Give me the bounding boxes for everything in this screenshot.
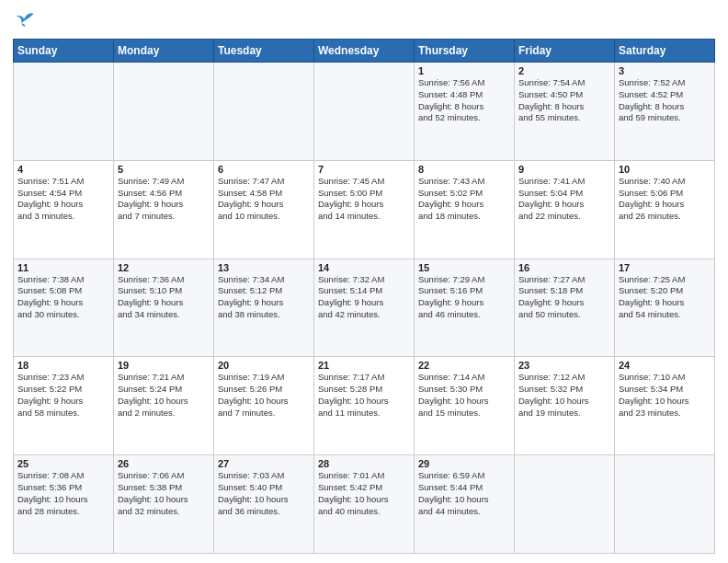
day-number: 5 <box>118 164 210 175</box>
calendar-cell: 7Sunrise: 7:45 AM Sunset: 5:00 PM Daylig… <box>314 160 415 259</box>
calendar-cell <box>114 63 214 161</box>
day-info: Sunrise: 7:12 AM Sunset: 5:32 PM Dayligh… <box>518 372 610 419</box>
day-info: Sunrise: 7:49 AM Sunset: 4:56 PM Dayligh… <box>118 176 210 223</box>
day-number: 20 <box>218 360 310 371</box>
day-info: Sunrise: 7:36 AM Sunset: 5:10 PM Dayligh… <box>118 274 210 321</box>
day-number: 14 <box>318 262 410 273</box>
day-number: 4 <box>17 164 109 175</box>
calendar-table: SundayMondayTuesdayWednesdayThursdayFrid… <box>13 39 715 554</box>
calendar-day-header: Wednesday <box>314 40 415 63</box>
calendar-cell: 16Sunrise: 7:27 AM Sunset: 5:18 PM Dayli… <box>515 259 615 357</box>
calendar-cell: 13Sunrise: 7:34 AM Sunset: 5:12 PM Dayli… <box>214 259 314 357</box>
calendar-cell: 3Sunrise: 7:52 AM Sunset: 4:52 PM Daylig… <box>615 63 715 161</box>
day-info: Sunrise: 7:45 AM Sunset: 5:00 PM Dayligh… <box>318 176 410 223</box>
calendar-week-row: 18Sunrise: 7:23 AM Sunset: 5:22 PM Dayli… <box>14 357 715 455</box>
day-number: 28 <box>318 458 410 469</box>
calendar-day-header: Thursday <box>415 40 515 63</box>
day-info: Sunrise: 7:06 AM Sunset: 5:38 PM Dayligh… <box>118 470 210 517</box>
calendar-cell: 27Sunrise: 7:03 AM Sunset: 5:40 PM Dayli… <box>214 455 314 554</box>
day-info: Sunrise: 7:38 AM Sunset: 5:08 PM Dayligh… <box>17 274 109 321</box>
logo-bird-icon <box>15 11 35 31</box>
calendar-cell <box>314 63 415 161</box>
calendar-cell: 2Sunrise: 7:54 AM Sunset: 4:50 PM Daylig… <box>515 63 615 161</box>
day-number: 17 <box>619 262 711 273</box>
day-number: 2 <box>518 65 610 76</box>
day-info: Sunrise: 7:51 AM Sunset: 4:54 PM Dayligh… <box>17 176 109 223</box>
header <box>13 11 715 33</box>
calendar-cell: 28Sunrise: 7:01 AM Sunset: 5:42 PM Dayli… <box>314 455 415 554</box>
day-info: Sunrise: 7:47 AM Sunset: 4:58 PM Dayligh… <box>218 176 310 223</box>
calendar-cell: 26Sunrise: 7:06 AM Sunset: 5:38 PM Dayli… <box>114 455 214 554</box>
calendar-day-header: Monday <box>114 40 214 63</box>
day-info: Sunrise: 7:19 AM Sunset: 5:26 PM Dayligh… <box>218 372 310 419</box>
calendar-cell: 29Sunrise: 6:59 AM Sunset: 5:44 PM Dayli… <box>415 455 515 554</box>
calendar-week-row: 1Sunrise: 7:56 AM Sunset: 4:48 PM Daylig… <box>14 63 715 161</box>
day-number: 3 <box>619 65 711 76</box>
day-number: 24 <box>619 360 711 371</box>
day-number: 26 <box>118 458 210 469</box>
calendar-cell: 23Sunrise: 7:12 AM Sunset: 5:32 PM Dayli… <box>515 357 615 455</box>
calendar-cell <box>214 63 314 161</box>
day-info: Sunrise: 7:23 AM Sunset: 5:22 PM Dayligh… <box>17 372 109 419</box>
calendar-cell <box>14 63 114 161</box>
day-number: 21 <box>318 360 410 371</box>
day-number: 29 <box>418 458 510 469</box>
calendar-day-header: Tuesday <box>214 40 314 63</box>
day-info: Sunrise: 7:25 AM Sunset: 5:20 PM Dayligh… <box>619 274 711 321</box>
calendar-week-row: 11Sunrise: 7:38 AM Sunset: 5:08 PM Dayli… <box>14 259 715 357</box>
day-number: 9 <box>518 164 610 175</box>
calendar-day-header: Sunday <box>14 40 114 63</box>
day-info: Sunrise: 7:14 AM Sunset: 5:30 PM Dayligh… <box>418 372 510 419</box>
calendar-cell: 24Sunrise: 7:10 AM Sunset: 5:34 PM Dayli… <box>615 357 715 455</box>
day-number: 19 <box>118 360 210 371</box>
calendar-cell: 22Sunrise: 7:14 AM Sunset: 5:30 PM Dayli… <box>415 357 515 455</box>
day-info: Sunrise: 7:40 AM Sunset: 5:06 PM Dayligh… <box>619 176 711 223</box>
calendar-cell: 9Sunrise: 7:41 AM Sunset: 5:04 PM Daylig… <box>515 160 615 259</box>
day-info: Sunrise: 7:03 AM Sunset: 5:40 PM Dayligh… <box>218 470 310 517</box>
day-info: Sunrise: 7:41 AM Sunset: 5:04 PM Dayligh… <box>518 176 610 223</box>
calendar-cell: 17Sunrise: 7:25 AM Sunset: 5:20 PM Dayli… <box>615 259 715 357</box>
calendar-cell: 1Sunrise: 7:56 AM Sunset: 4:48 PM Daylig… <box>415 63 515 161</box>
calendar-week-row: 4Sunrise: 7:51 AM Sunset: 4:54 PM Daylig… <box>14 160 715 259</box>
day-number: 15 <box>418 262 510 273</box>
day-number: 18 <box>17 360 109 371</box>
calendar-cell: 20Sunrise: 7:19 AM Sunset: 5:26 PM Dayli… <box>214 357 314 455</box>
calendar-day-header: Saturday <box>615 40 715 63</box>
day-number: 27 <box>218 458 310 469</box>
calendar-cell: 25Sunrise: 7:08 AM Sunset: 5:36 PM Dayli… <box>14 455 114 554</box>
day-info: Sunrise: 7:29 AM Sunset: 5:16 PM Dayligh… <box>418 274 510 321</box>
day-number: 16 <box>518 262 610 273</box>
logo <box>13 11 35 33</box>
day-number: 8 <box>418 164 510 175</box>
day-info: Sunrise: 7:01 AM Sunset: 5:42 PM Dayligh… <box>318 470 410 517</box>
day-info: Sunrise: 7:17 AM Sunset: 5:28 PM Dayligh… <box>318 372 410 419</box>
day-number: 25 <box>17 458 109 469</box>
day-number: 7 <box>318 164 410 175</box>
calendar-cell: 5Sunrise: 7:49 AM Sunset: 4:56 PM Daylig… <box>114 160 214 259</box>
day-number: 22 <box>418 360 510 371</box>
page: SundayMondayTuesdayWednesdayThursdayFrid… <box>0 0 728 563</box>
day-info: Sunrise: 7:10 AM Sunset: 5:34 PM Dayligh… <box>619 372 711 419</box>
day-number: 10 <box>619 164 711 175</box>
day-info: Sunrise: 7:34 AM Sunset: 5:12 PM Dayligh… <box>218 274 310 321</box>
day-number: 6 <box>218 164 310 175</box>
day-info: Sunrise: 7:27 AM Sunset: 5:18 PM Dayligh… <box>518 274 610 321</box>
calendar-cell <box>515 455 615 554</box>
calendar-cell: 14Sunrise: 7:32 AM Sunset: 5:14 PM Dayli… <box>314 259 415 357</box>
day-info: Sunrise: 7:43 AM Sunset: 5:02 PM Dayligh… <box>418 176 510 223</box>
day-number: 23 <box>518 360 610 371</box>
day-number: 11 <box>17 262 109 273</box>
day-number: 13 <box>218 262 310 273</box>
day-info: Sunrise: 7:32 AM Sunset: 5:14 PM Dayligh… <box>318 274 410 321</box>
calendar-cell <box>615 455 715 554</box>
calendar-cell: 18Sunrise: 7:23 AM Sunset: 5:22 PM Dayli… <box>14 357 114 455</box>
day-info: Sunrise: 7:21 AM Sunset: 5:24 PM Dayligh… <box>118 372 210 419</box>
day-info: Sunrise: 7:08 AM Sunset: 5:36 PM Dayligh… <box>17 470 109 517</box>
calendar-cell: 21Sunrise: 7:17 AM Sunset: 5:28 PM Dayli… <box>314 357 415 455</box>
day-info: Sunrise: 6:59 AM Sunset: 5:44 PM Dayligh… <box>418 470 510 517</box>
calendar-week-row: 25Sunrise: 7:08 AM Sunset: 5:36 PM Dayli… <box>14 455 715 554</box>
day-info: Sunrise: 7:54 AM Sunset: 4:50 PM Dayligh… <box>518 77 610 124</box>
calendar-cell: 4Sunrise: 7:51 AM Sunset: 4:54 PM Daylig… <box>14 160 114 259</box>
calendar-cell: 10Sunrise: 7:40 AM Sunset: 5:06 PM Dayli… <box>615 160 715 259</box>
calendar-cell: 6Sunrise: 7:47 AM Sunset: 4:58 PM Daylig… <box>214 160 314 259</box>
